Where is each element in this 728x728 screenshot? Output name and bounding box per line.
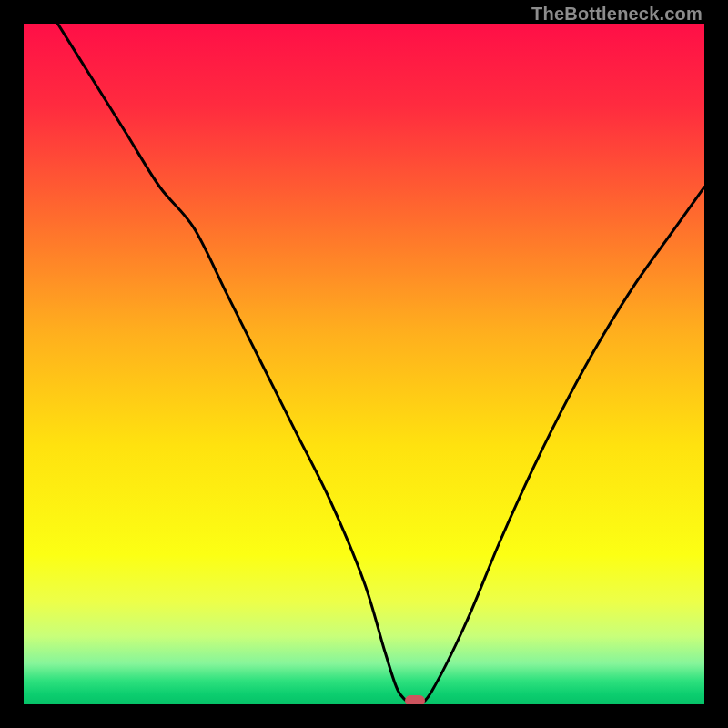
watermark-text: TheBottleneck.com	[531, 4, 703, 25]
chart-frame: TheBottleneck.com	[0, 0, 728, 728]
optimal-marker	[405, 695, 425, 704]
plot-area	[24, 24, 704, 704]
bottleneck-curve	[24, 24, 704, 704]
